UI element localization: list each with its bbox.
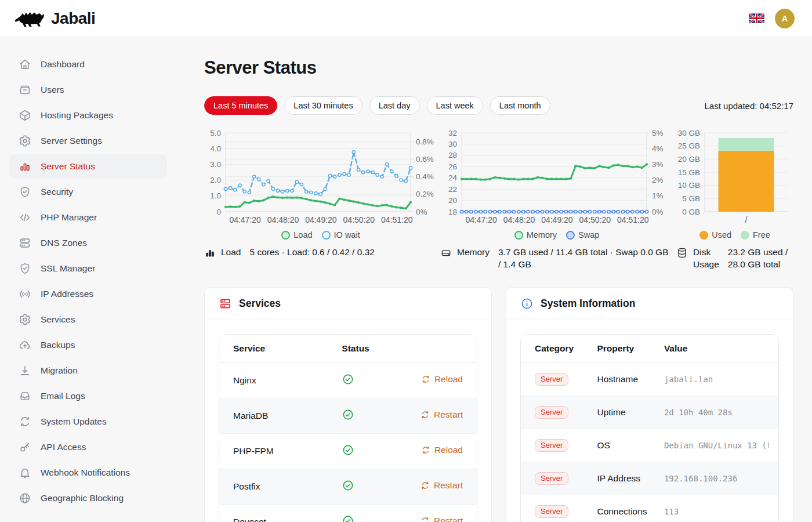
time-range-last-30-minutes[interactable]: Last 30 minutes bbox=[284, 96, 362, 115]
server-stack-icon bbox=[19, 237, 31, 249]
legend-marker bbox=[741, 231, 749, 240]
check-circle-icon bbox=[342, 373, 354, 386]
sidebar-item-dns-zones[interactable]: DNS Zones bbox=[9, 231, 167, 255]
language-flag-uk[interactable] bbox=[749, 13, 764, 24]
sidebar-item-label: Email Logs bbox=[41, 391, 85, 401]
time-range-last-month[interactable]: Last month bbox=[490, 96, 550, 115]
brand: Jabali bbox=[14, 8, 95, 30]
sidebar-item-label: API Access bbox=[41, 442, 86, 452]
hard-drive-icon bbox=[440, 247, 452, 259]
legend-item: Free bbox=[741, 230, 770, 240]
sidebar-item-label: SSL Manager bbox=[41, 263, 95, 274]
system-column-header: Property bbox=[588, 335, 654, 363]
svg-text:20: 20 bbox=[448, 196, 457, 205]
shield-check-icon bbox=[19, 262, 31, 275]
sidebar-item-label: Geographic Blocking bbox=[41, 493, 124, 503]
sidebar-item-security[interactable]: Security bbox=[9, 180, 167, 204]
sidebar-item-server-settings[interactable]: Server Settings bbox=[9, 129, 167, 153]
svg-text:1.0: 1.0 bbox=[210, 191, 221, 200]
services-column-header bbox=[405, 335, 477, 363]
sidebar-item-label: System Updates bbox=[41, 416, 107, 427]
sidebar-item-label: Security bbox=[41, 187, 73, 197]
package-icon bbox=[19, 109, 31, 122]
chart-legend: MemorySwap bbox=[440, 230, 673, 240]
time-range-buttons: Last 5 minutesLast 30 minutesLast dayLas… bbox=[204, 96, 557, 115]
time-range-bar: Last 5 minutesLast 30 minutesLast dayLas… bbox=[204, 96, 793, 115]
stat-label: Memory bbox=[457, 246, 490, 259]
legend-marker bbox=[281, 231, 290, 240]
legend-item: Swap bbox=[566, 230, 599, 240]
sidebar-item-api-access[interactable]: API Access bbox=[9, 435, 167, 459]
sidebar-item-label: Server Status bbox=[41, 161, 95, 172]
legend-item: IO wait bbox=[322, 230, 360, 240]
stat-disk-usage: Disk Usage 23.2 GB used / 28.0 GB total bbox=[676, 246, 793, 271]
sidebar-item-system-updates[interactable]: System Updates bbox=[9, 409, 167, 434]
sidebar-item-label: Services bbox=[41, 314, 75, 325]
refresh-small-icon bbox=[420, 516, 430, 522]
service-action-restart-button[interactable]: Restart bbox=[420, 516, 463, 522]
sidebar-item-migration[interactable]: Migration bbox=[9, 358, 167, 383]
service-action-restart-button[interactable]: Restart bbox=[420, 480, 463, 491]
service-action-reload-button[interactable]: Reload bbox=[421, 374, 463, 385]
service-action-reload-button[interactable]: Reload bbox=[421, 445, 463, 455]
sidebar-item-hosting-packages[interactable]: Hosting Packages bbox=[9, 103, 167, 128]
svg-text:0%: 0% bbox=[652, 208, 664, 216]
services-card: Services ServiceStatus Nginx Reload Mari… bbox=[204, 287, 492, 522]
time-range-last-day[interactable]: Last day bbox=[369, 96, 420, 115]
svg-text:1%: 1% bbox=[652, 191, 664, 200]
sidebar-item-users[interactable]: Users bbox=[9, 78, 167, 102]
sidebar-item-label: Migration bbox=[41, 365, 78, 376]
sidebar-item-ssl-manager[interactable]: SSL Manager bbox=[9, 256, 167, 281]
svg-text:04:48:20: 04:48:20 bbox=[503, 215, 535, 224]
stat-value: 3.7 GB used / 11.4 GB total · Swap 0.0 G… bbox=[498, 246, 672, 271]
property-name: Connections bbox=[588, 495, 654, 522]
charts-row: 01.02.03.04.05.00%0.2%0.4%0.6%0.8%04:47:… bbox=[204, 127, 793, 240]
system-column-header: Value bbox=[655, 335, 778, 363]
sidebar: Dashboard Users Hosting Packages Server … bbox=[0, 37, 176, 522]
sidebar-item-label: Server Settings bbox=[41, 136, 102, 146]
sidebar-item-php-manager[interactable]: PHP Manager bbox=[9, 205, 167, 230]
sidebar-item-ip-addresses[interactable]: IP Addresses bbox=[9, 282, 167, 306]
service-row-dovecot: Dovecot Restart bbox=[219, 504, 477, 522]
server-stack-icon bbox=[219, 297, 232, 310]
sidebar-item-label: Dashboard bbox=[41, 59, 85, 70]
boar-logo-icon bbox=[14, 8, 45, 30]
svg-text:32: 32 bbox=[448, 129, 457, 137]
services-column-header: Service bbox=[219, 335, 332, 363]
status-ok-icon bbox=[342, 448, 354, 458]
shield-check-icon bbox=[19, 186, 31, 198]
system-card-title: System Information bbox=[541, 298, 635, 310]
legend-item: Load bbox=[281, 230, 312, 240]
legend-marker bbox=[566, 231, 575, 240]
sidebar-item-services[interactable]: Services bbox=[9, 307, 167, 332]
user-avatar[interactable]: A bbox=[775, 9, 795, 28]
page-title: Server Status bbox=[204, 57, 793, 78]
status-ok-icon bbox=[342, 413, 354, 423]
sidebar-item-backups[interactable]: Backups bbox=[9, 333, 167, 357]
status-ok-icon bbox=[342, 378, 354, 387]
service-name: Dovecot bbox=[219, 504, 332, 522]
chart-plot: 18202224262830320%1%2%3%4%5%04:47:2004:4… bbox=[440, 127, 673, 227]
sidebar-item-dashboard[interactable]: Dashboard bbox=[9, 52, 167, 77]
svg-text:28: 28 bbox=[448, 151, 457, 160]
inbox-icon bbox=[19, 390, 31, 403]
service-name: PHP-FPM bbox=[219, 433, 332, 469]
category-badge: Server bbox=[535, 373, 568, 386]
chart-bars-icon bbox=[19, 160, 31, 173]
sidebar-item-server-status[interactable]: Server Status bbox=[9, 154, 167, 179]
disk-usage-chart: 0 GB5 GB10 GB15 GB20 GB25 GB30 GB/UsedFr… bbox=[676, 127, 793, 240]
sidebar-item-geographic-blocking[interactable]: Geographic Blocking bbox=[9, 486, 167, 510]
gear-icon bbox=[19, 313, 31, 326]
services-table: ServiceStatus Nginx Reload MariaDB Resta… bbox=[219, 335, 477, 522]
time-range-last-5-minutes[interactable]: Last 5 minutes bbox=[204, 96, 277, 115]
service-action-restart-button[interactable]: Restart bbox=[420, 409, 463, 420]
service-row-php-fpm: PHP-FPM Reload bbox=[219, 433, 477, 469]
sidebar-item-email-logs[interactable]: Email Logs bbox=[9, 384, 167, 408]
check-circle-icon bbox=[342, 514, 354, 522]
time-range-last-week[interactable]: Last week bbox=[427, 96, 483, 115]
service-row-mariadb: MariaDB Restart bbox=[219, 398, 477, 433]
sidebar-item-webhook-notifications[interactable]: Webhook Notifications bbox=[9, 461, 167, 485]
property-value: 2d 10h 40m 28s bbox=[664, 408, 769, 417]
svg-text:04:51:20: 04:51:20 bbox=[381, 215, 413, 224]
gear-icon bbox=[19, 135, 31, 147]
